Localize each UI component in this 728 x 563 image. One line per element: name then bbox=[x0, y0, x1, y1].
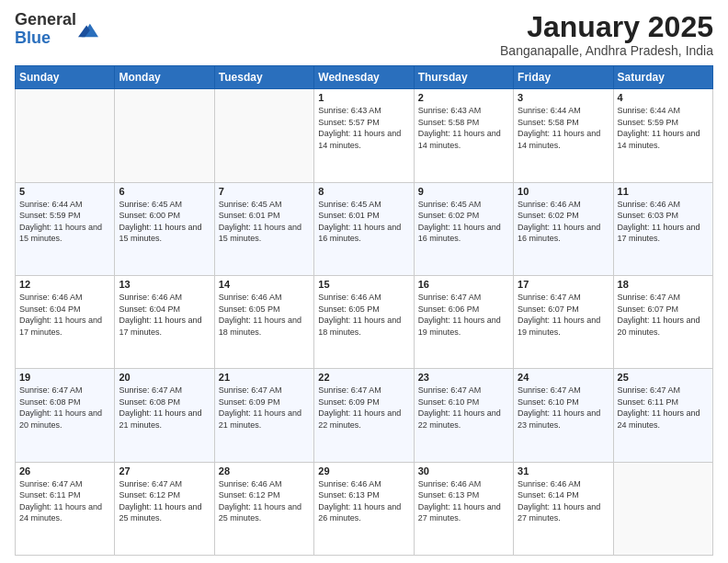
page: General Blue January 2025 Banganapalle, … bbox=[0, 0, 728, 563]
title-block: January 2025 Banganapalle, Andhra Prades… bbox=[500, 11, 713, 58]
day-info: Sunrise: 6:47 AMSunset: 6:07 PMDaylight:… bbox=[618, 292, 709, 338]
header-saturday: Saturday bbox=[613, 66, 712, 89]
calendar-week-row: 12Sunrise: 6:46 AMSunset: 6:04 PMDayligh… bbox=[16, 275, 713, 368]
table-row bbox=[16, 89, 115, 182]
day-info: Sunrise: 6:47 AMSunset: 6:08 PMDaylight:… bbox=[19, 385, 110, 431]
day-info: Sunrise: 6:46 AMSunset: 6:04 PMDaylight:… bbox=[19, 292, 110, 338]
day-info: Sunrise: 6:46 AMSunset: 6:03 PMDaylight:… bbox=[618, 199, 709, 245]
day-number: 24 bbox=[518, 372, 609, 383]
day-number: 6 bbox=[119, 186, 210, 197]
day-info: Sunrise: 6:45 AMSunset: 6:01 PMDaylight:… bbox=[318, 199, 409, 245]
calendar-week-row: 1Sunrise: 6:43 AMSunset: 5:57 PMDaylight… bbox=[16, 89, 713, 182]
day-number: 9 bbox=[418, 186, 509, 197]
day-number: 26 bbox=[19, 465, 110, 477]
weekday-header-row: Sunday Monday Tuesday Wednesday Thursday… bbox=[16, 66, 713, 89]
table-row: 14Sunrise: 6:46 AMSunset: 6:05 PMDayligh… bbox=[214, 275, 313, 368]
day-number: 2 bbox=[418, 92, 509, 103]
day-info: Sunrise: 6:46 AMSunset: 6:04 PMDaylight:… bbox=[119, 292, 210, 338]
table-row: 21Sunrise: 6:47 AMSunset: 6:09 PMDayligh… bbox=[214, 369, 313, 462]
logo: General Blue bbox=[15, 11, 98, 48]
table-row: 20Sunrise: 6:47 AMSunset: 6:08 PMDayligh… bbox=[115, 369, 214, 462]
day-number: 27 bbox=[119, 465, 210, 477]
day-number: 13 bbox=[119, 279, 210, 290]
day-info: Sunrise: 6:47 AMSunset: 6:09 PMDaylight:… bbox=[318, 385, 409, 431]
day-number: 21 bbox=[219, 372, 310, 383]
table-row: 24Sunrise: 6:47 AMSunset: 6:10 PMDayligh… bbox=[514, 369, 613, 462]
table-row: 23Sunrise: 6:47 AMSunset: 6:10 PMDayligh… bbox=[414, 369, 513, 462]
table-row: 31Sunrise: 6:46 AMSunset: 6:14 PMDayligh… bbox=[514, 462, 613, 555]
day-info: Sunrise: 6:45 AMSunset: 6:02 PMDaylight:… bbox=[418, 199, 509, 245]
day-number: 11 bbox=[618, 186, 709, 197]
day-number: 1 bbox=[318, 92, 409, 103]
table-row: 25Sunrise: 6:47 AMSunset: 6:11 PMDayligh… bbox=[613, 369, 712, 462]
table-row: 6Sunrise: 6:45 AMSunset: 6:00 PMDaylight… bbox=[115, 182, 214, 275]
table-row: 28Sunrise: 6:46 AMSunset: 6:12 PMDayligh… bbox=[214, 462, 313, 555]
day-number: 19 bbox=[19, 372, 110, 383]
header-tuesday: Tuesday bbox=[214, 66, 313, 89]
day-number: 5 bbox=[19, 186, 110, 197]
table-row: 1Sunrise: 6:43 AMSunset: 5:57 PMDaylight… bbox=[314, 89, 414, 182]
day-number: 4 bbox=[618, 92, 709, 103]
header-friday: Friday bbox=[514, 66, 613, 89]
day-number: 12 bbox=[19, 279, 110, 290]
day-info: Sunrise: 6:46 AMSunset: 6:13 PMDaylight:… bbox=[318, 478, 409, 524]
day-number: 7 bbox=[219, 186, 310, 197]
header-monday: Monday bbox=[115, 66, 214, 89]
table-row: 22Sunrise: 6:47 AMSunset: 6:09 PMDayligh… bbox=[314, 369, 414, 462]
day-info: Sunrise: 6:46 AMSunset: 6:05 PMDaylight:… bbox=[318, 292, 409, 338]
day-info: Sunrise: 6:47 AMSunset: 6:12 PMDaylight:… bbox=[119, 478, 210, 524]
day-info: Sunrise: 6:47 AMSunset: 6:09 PMDaylight:… bbox=[219, 385, 310, 431]
table-row: 3Sunrise: 6:44 AMSunset: 5:58 PMDaylight… bbox=[514, 89, 613, 182]
table-row: 2Sunrise: 6:43 AMSunset: 5:58 PMDaylight… bbox=[414, 89, 513, 182]
day-number: 10 bbox=[518, 186, 609, 197]
day-number: 8 bbox=[318, 186, 409, 197]
day-info: Sunrise: 6:45 AMSunset: 6:00 PMDaylight:… bbox=[119, 199, 210, 245]
table-row: 7Sunrise: 6:45 AMSunset: 6:01 PMDaylight… bbox=[214, 182, 313, 275]
day-info: Sunrise: 6:47 AMSunset: 6:07 PMDaylight:… bbox=[518, 292, 609, 338]
calendar-table: Sunday Monday Tuesday Wednesday Thursday… bbox=[15, 65, 713, 556]
table-row: 16Sunrise: 6:47 AMSunset: 6:06 PMDayligh… bbox=[414, 275, 513, 368]
day-info: Sunrise: 6:43 AMSunset: 5:58 PMDaylight:… bbox=[418, 105, 509, 151]
calendar-week-row: 26Sunrise: 6:47 AMSunset: 6:11 PMDayligh… bbox=[16, 462, 713, 555]
day-info: Sunrise: 6:47 AMSunset: 6:11 PMDaylight:… bbox=[618, 385, 709, 431]
logo-blue: Blue bbox=[15, 29, 76, 48]
day-info: Sunrise: 6:47 AMSunset: 6:08 PMDaylight:… bbox=[119, 385, 210, 431]
header: General Blue January 2025 Banganapalle, … bbox=[15, 11, 713, 58]
table-row: 19Sunrise: 6:47 AMSunset: 6:08 PMDayligh… bbox=[16, 369, 115, 462]
day-number: 22 bbox=[318, 372, 409, 383]
day-number: 14 bbox=[219, 279, 310, 290]
day-number: 17 bbox=[518, 279, 609, 290]
table-row: 13Sunrise: 6:46 AMSunset: 6:04 PMDayligh… bbox=[115, 275, 214, 368]
day-info: Sunrise: 6:44 AMSunset: 5:59 PMDaylight:… bbox=[618, 105, 709, 151]
table-row bbox=[613, 462, 712, 555]
day-number: 20 bbox=[119, 372, 210, 383]
table-row: 26Sunrise: 6:47 AMSunset: 6:11 PMDayligh… bbox=[16, 462, 115, 555]
day-number: 30 bbox=[418, 465, 509, 477]
day-number: 28 bbox=[219, 465, 310, 477]
day-number: 31 bbox=[518, 465, 609, 477]
header-sunday: Sunday bbox=[16, 66, 115, 89]
day-number: 18 bbox=[618, 279, 709, 290]
day-info: Sunrise: 6:46 AMSunset: 6:14 PMDaylight:… bbox=[518, 478, 609, 524]
table-row: 30Sunrise: 6:46 AMSunset: 6:13 PMDayligh… bbox=[414, 462, 513, 555]
day-info: Sunrise: 6:44 AMSunset: 5:58 PMDaylight:… bbox=[518, 105, 609, 151]
day-info: Sunrise: 6:46 AMSunset: 6:12 PMDaylight:… bbox=[219, 478, 310, 524]
table-row: 5Sunrise: 6:44 AMSunset: 5:59 PMDaylight… bbox=[16, 182, 115, 275]
day-info: Sunrise: 6:46 AMSunset: 6:13 PMDaylight:… bbox=[418, 478, 509, 524]
table-row: 11Sunrise: 6:46 AMSunset: 6:03 PMDayligh… bbox=[613, 182, 712, 275]
day-info: Sunrise: 6:46 AMSunset: 6:05 PMDaylight:… bbox=[219, 292, 310, 338]
day-info: Sunrise: 6:44 AMSunset: 5:59 PMDaylight:… bbox=[19, 199, 110, 245]
day-info: Sunrise: 6:45 AMSunset: 6:01 PMDaylight:… bbox=[219, 199, 310, 245]
table-row: 10Sunrise: 6:46 AMSunset: 6:02 PMDayligh… bbox=[514, 182, 613, 275]
table-row: 17Sunrise: 6:47 AMSunset: 6:07 PMDayligh… bbox=[514, 275, 613, 368]
table-row: 15Sunrise: 6:46 AMSunset: 6:05 PMDayligh… bbox=[314, 275, 414, 368]
table-row: 8Sunrise: 6:45 AMSunset: 6:01 PMDaylight… bbox=[314, 182, 414, 275]
day-number: 25 bbox=[618, 372, 709, 383]
day-number: 15 bbox=[318, 279, 409, 290]
day-info: Sunrise: 6:47 AMSunset: 6:06 PMDaylight:… bbox=[418, 292, 509, 338]
day-number: 29 bbox=[318, 465, 409, 477]
table-row: 27Sunrise: 6:47 AMSunset: 6:12 PMDayligh… bbox=[115, 462, 214, 555]
day-info: Sunrise: 6:47 AMSunset: 6:10 PMDaylight:… bbox=[418, 385, 509, 431]
day-info: Sunrise: 6:47 AMSunset: 6:10 PMDaylight:… bbox=[518, 385, 609, 431]
logo-icon bbox=[78, 20, 98, 40]
